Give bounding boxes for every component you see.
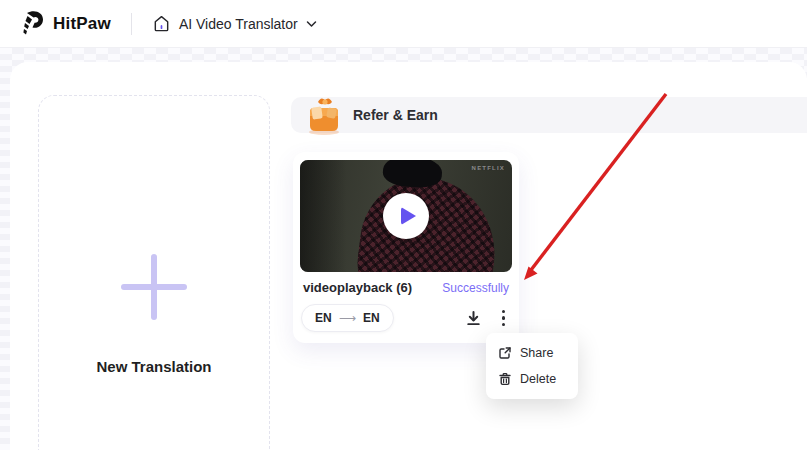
new-translation-label: New Translation — [96, 358, 211, 375]
arrow-right-icon: ⟶ — [339, 311, 356, 325]
header-divider — [131, 13, 132, 35]
trash-icon — [498, 372, 512, 386]
menu-item-share[interactable]: Share — [486, 340, 578, 366]
language-pair-badge: EN ⟶ EN — [301, 304, 394, 332]
gift-icon — [304, 92, 346, 136]
hitpaw-paw-logo-icon — [20, 10, 46, 38]
play-button[interactable] — [383, 193, 429, 239]
menu-item-label: Delete — [520, 372, 556, 386]
play-icon — [401, 207, 416, 225]
more-options-button[interactable] — [500, 308, 508, 329]
brand-logo[interactable]: HitPaw — [20, 10, 111, 38]
video-title: videoplayback (6) — [303, 280, 412, 295]
source-language: EN — [315, 311, 332, 325]
new-translation-card[interactable]: New Translation — [38, 95, 270, 450]
download-button[interactable] — [465, 310, 482, 327]
video-thumbnail[interactable]: NETFLIX — [300, 160, 512, 272]
plus-icon — [121, 254, 187, 320]
refer-earn-banner[interactable]: Refer & Earn — [291, 97, 807, 133]
menu-item-delete[interactable]: Delete — [486, 366, 578, 392]
app-title: AI Video Translator — [179, 16, 298, 32]
home-icon — [152, 14, 171, 33]
app-switcher[interactable]: AI Video Translator — [152, 14, 317, 33]
brand-name: HitPaw — [53, 14, 111, 34]
share-icon — [498, 346, 512, 360]
app-header: HitPaw AI Video Translator — [0, 0, 807, 48]
watermark-text: NETFLIX — [472, 165, 505, 171]
video-actions-row: EN ⟶ EN — [301, 303, 507, 333]
video-card: NETFLIX videoplayback (6) Successfully E… — [293, 152, 519, 343]
banner-title: Refer & Earn — [353, 107, 438, 123]
video-title-row: videoplayback (6) Successfully — [303, 280, 509, 295]
main-content-panel: New Translation Refer & Earn NETFLIX vid… — [10, 62, 807, 450]
context-menu: Share Delete — [486, 333, 578, 399]
download-icon — [465, 310, 482, 327]
status-badge: Successfully — [442, 281, 509, 295]
menu-item-label: Share — [520, 346, 553, 360]
chevron-down-icon — [306, 20, 317, 28]
kebab-menu-icon — [502, 310, 506, 314]
target-language: EN — [363, 311, 380, 325]
card-actions — [465, 308, 508, 329]
